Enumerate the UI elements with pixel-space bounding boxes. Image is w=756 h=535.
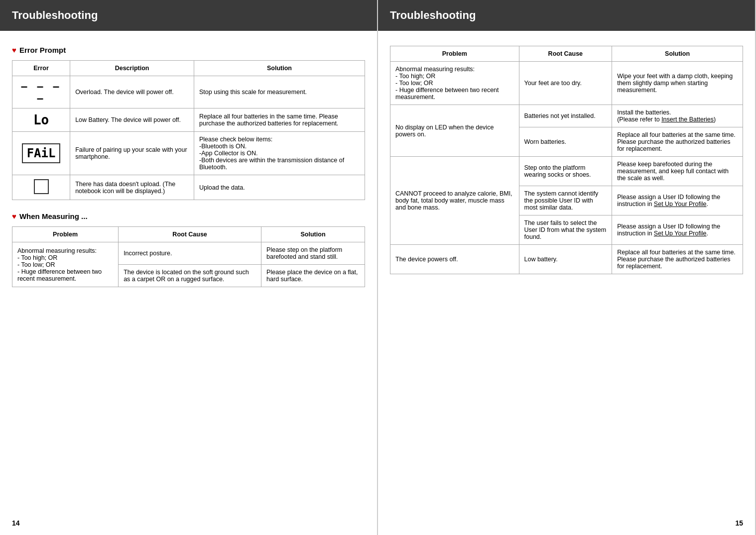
right-solution-low-battery: Replace all four batteries at the same t…	[612, 245, 743, 274]
measuring-solution-header: Solution	[261, 227, 365, 242]
right-problem-nodisplay: No display on LED when the device powers…	[390, 105, 519, 157]
setup-profile-link-2: Set Up Your Profile	[654, 230, 707, 237]
heart-icon: ♥	[12, 46, 16, 54]
error-solution-overload: Stop using this scale for measurement.	[194, 76, 365, 108]
right-problem-powersoff: The device powers off.	[390, 245, 519, 274]
measuring-table: Problem Root Cause Solution Abnormal mea…	[12, 226, 365, 287]
measuring-solution-surface: Please place the device on a flat, hard …	[261, 265, 365, 287]
right-row-abnormal: Abnormal measuring results:- Too high; O…	[390, 62, 743, 105]
heart-icon-2: ♥	[12, 212, 16, 220]
error-prompt-title: ♥ Error Prompt	[12, 46, 365, 54]
right-page: Troubleshooting Problem Root Cause Solut…	[378, 0, 756, 535]
right-solution-worn-batteries: Replace all four batteries at the same t…	[612, 127, 743, 157]
right-header: Troubleshooting	[378, 0, 755, 31]
error-desc-overload: Overload. The device will power off.	[70, 76, 194, 108]
error-solution-lowbattery: Replace all four batteries in the same t…	[194, 108, 365, 132]
setup-profile-link-1: Set Up Your Profile	[654, 201, 707, 208]
error-solution-fail: Please check below items:-Bluetooth is O…	[194, 132, 365, 175]
right-solution-assign-userid-1: Please assign a User ID following the in…	[612, 186, 743, 215]
error-icon-upload	[12, 175, 70, 200]
right-cause-socks: Step onto the platform wearing socks or …	[519, 157, 612, 186]
left-page: Troubleshooting ♥ Error Prompt Error Des…	[0, 0, 378, 535]
right-problem-cannot: CANNOT proceed to analyze calorie, BMI, …	[390, 157, 519, 245]
right-cause-dry-feet: Your feet are too dry.	[519, 62, 612, 105]
right-cause-no-identify: The system cannot identify the possible …	[519, 186, 612, 215]
right-solution-dry-feet: Wipe your feet with a damp cloth, keepin…	[612, 62, 743, 105]
right-problem-abnormal: Abnormal measuring results:- Too high; O…	[390, 62, 519, 105]
measuring-problem-abnormal: Abnormal measuring results:- Too high; O…	[12, 242, 119, 287]
error-row-lowbattery: Lo Low Battery. The device will power of…	[12, 108, 365, 132]
error-icon-lo: Lo	[12, 108, 70, 132]
error-table: Error Description Solution — — — — Overl…	[12, 60, 365, 200]
right-cause-low-battery: Low battery.	[519, 245, 612, 274]
right-solution-barefoot: Please keep barefooted during the measur…	[612, 157, 743, 186]
measuring-cause-posture: Incorrect posture.	[119, 242, 261, 265]
measuring-section-title: ♥ When Measuring ...	[12, 212, 365, 220]
error-row-upload: There has data doesn't upload. (The note…	[12, 175, 365, 200]
error-icon-fail: FAiL	[12, 132, 70, 175]
measuring-rootcause-header: Root Cause	[119, 227, 261, 242]
right-table: Problem Root Cause Solution Abnormal mea…	[390, 46, 743, 274]
insert-batteries-link: Insert the Batteries	[661, 116, 714, 123]
right-row-nodisplay-1: No display on LED when the device powers…	[390, 105, 743, 127]
left-header: Troubleshooting	[0, 0, 377, 31]
error-desc-fail: Failure of pairing up your scale with yo…	[70, 132, 194, 175]
right-row-powersoff: The device powers off. Low battery. Repl…	[390, 245, 743, 274]
left-page-number: 14	[12, 519, 20, 527]
right-solution-header: Solution	[612, 46, 743, 62]
right-cause-fails-select: The user fails to select the User ID fro…	[519, 215, 612, 245]
error-icon-dashes: — — — —	[12, 76, 70, 108]
right-cause-worn-batteries: Worn batteries.	[519, 127, 612, 157]
error-solution-upload: Upload the data.	[194, 175, 365, 200]
right-cause-no-batteries: Batteries not yet installed.	[519, 105, 612, 127]
error-row-overload: — — — — Overload. The device will power …	[12, 76, 365, 108]
error-desc-lowbattery: Low Battery. The device will power off.	[70, 108, 194, 132]
right-rootcause-header: Root Cause	[519, 46, 612, 62]
right-solution-assign-userid-2: Please assign a User ID following the in…	[612, 215, 743, 245]
measuring-row-1: Abnormal measuring results:- Too high; O…	[12, 242, 365, 265]
measuring-problem-header: Problem	[12, 227, 119, 242]
error-col-header: Error	[12, 61, 70, 76]
right-solution-install-batteries: Install the batteries.(Please refer to I…	[612, 105, 743, 127]
error-desc-upload: There has data doesn't upload. (The note…	[70, 175, 194, 200]
right-row-cannot-1: CANNOT proceed to analyze calorie, BMI, …	[390, 157, 743, 186]
desc-col-header: Description	[70, 61, 194, 76]
error-row-fail: FAiL Failure of pairing up your scale wi…	[12, 132, 365, 175]
measuring-cause-surface: The device is located on the soft ground…	[119, 265, 261, 287]
right-problem-header: Problem	[390, 46, 519, 62]
solution-col-header: Solution	[194, 61, 365, 76]
measuring-solution-posture: Please step on the platform barefooted a…	[261, 242, 365, 265]
right-page-number: 15	[735, 519, 743, 527]
